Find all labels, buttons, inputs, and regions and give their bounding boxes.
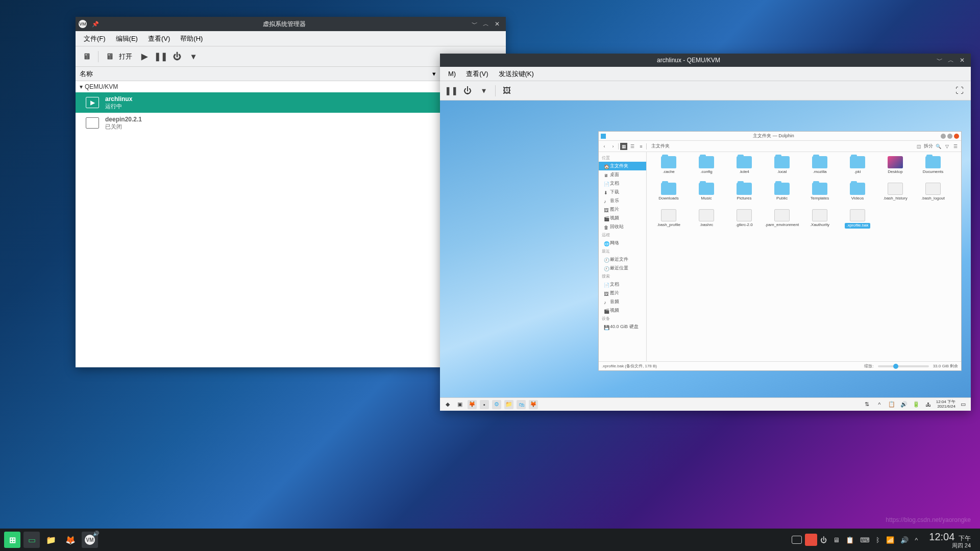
display-icon[interactable]: 🖥 (833, 536, 840, 544)
minimize-icon[interactable]: ﹀ (469, 18, 480, 30)
maximize-icon[interactable]: ︿ (480, 18, 492, 30)
tray-window-icon[interactable] (792, 536, 802, 544)
sidebar-item-videos[interactable]: 🎬视频 (599, 214, 646, 222)
menu-edit[interactable]: 编辑(E) (111, 32, 143, 45)
folder-templates[interactable]: Templates (801, 182, 839, 207)
chevron-up-icon[interactable]: ^ (875, 400, 884, 409)
battery-icon[interactable]: 🔋 (912, 400, 921, 409)
folder-videos[interactable]: Videos (839, 182, 876, 207)
close-icon[interactable]: ✕ (957, 55, 968, 66)
taskbar-virt-manager[interactable]: VM 🔊 (82, 532, 98, 548)
dropdown-icon[interactable]: ▾ (186, 49, 201, 64)
sidebar-item-music[interactable]: ♪音乐 (599, 196, 646, 205)
file-gtkrc[interactable]: .gtkrc-2.0 (725, 208, 763, 234)
sidebar-item-search-pics[interactable]: 🖼图片 (599, 289, 646, 297)
file-pam-environment[interactable]: .pam_environment (763, 208, 801, 234)
show-desktop-icon[interactable]: ▭ (959, 400, 968, 409)
view-compact-icon[interactable]: ☰ (629, 143, 636, 150)
chevron-up-icon[interactable]: ^ (915, 536, 918, 544)
folder-desktop[interactable]: Desktop (876, 155, 914, 181)
menu-view[interactable]: 查看(V) (143, 32, 175, 45)
sidebar-item-search-audio[interactable]: ♪音频 (599, 297, 646, 306)
file-bash-profile[interactable]: .bash_profile (650, 208, 688, 234)
clipboard-icon[interactable]: 📋 (887, 400, 896, 409)
sidebar-item-disk[interactable]: 💾40.0 GiB 硬盘 (599, 322, 646, 331)
col-name[interactable]: 名称 ▾ (76, 69, 440, 79)
sidebar-item-pictures[interactable]: 🖼图片 (599, 205, 646, 214)
zoom-slider[interactable] (878, 365, 929, 367)
maximize-icon[interactable]: ︿ (945, 55, 957, 66)
folder-music[interactable]: Music (688, 182, 725, 207)
file-xauthority[interactable]: .Xauthority (801, 208, 839, 234)
menu-vm[interactable]: M) (443, 68, 461, 80)
manjaro-launcher-icon[interactable]: ⊞ (4, 532, 20, 548)
breadcrumb[interactable]: 主文件夹 (648, 143, 914, 149)
taskbar-firefox-2[interactable]: 🦊 (529, 400, 538, 409)
view-details-icon[interactable]: ≡ (638, 143, 645, 150)
sidebar-item-home[interactable]: 🏠主文件夹 (599, 162, 646, 170)
fullscreen-icon[interactable]: ⛶ (952, 84, 967, 98)
folder-pictures[interactable]: Pictures (725, 182, 763, 207)
vmc-titlebar[interactable]: archlinux - QEMU/KVM ﹀ ︿ ✕ (440, 54, 971, 67)
search-icon[interactable]: 🔍 (935, 143, 942, 150)
power-icon[interactable]: ⏻ (820, 536, 827, 544)
minimize-icon[interactable] (941, 134, 946, 139)
menu-file[interactable]: 文件(F) (79, 32, 111, 45)
taskbar-settings[interactable]: ⚙ (492, 400, 501, 409)
file-bashrc[interactable]: .bashrc (688, 208, 725, 234)
menu-help[interactable]: 帮助(H) (175, 32, 208, 45)
folder-kde4[interactable]: .kde4 (725, 155, 763, 181)
split-label[interactable]: 拆分 (924, 143, 933, 149)
folder-pki[interactable]: .pki (839, 155, 876, 181)
taskbar-dolphin[interactable]: 📁 (504, 400, 513, 409)
sidebar-item-search-docs[interactable]: 📄文档 (599, 280, 646, 289)
folder-config[interactable]: .config (688, 155, 725, 181)
new-vm-icon[interactable]: 🖥 (80, 49, 94, 64)
sidebar-item-trash[interactable]: 🗑回收站 (599, 222, 646, 231)
power-icon[interactable]: ⏻ (170, 49, 184, 64)
minimize-icon[interactable]: ﹀ (934, 55, 945, 66)
usb-icon[interactable]: ⇅ (863, 400, 872, 409)
expand-icon[interactable]: ▾ (80, 83, 83, 90)
vmm-titlebar[interactable]: VM 📌 虚拟系统管理器 ﹀ ︿ ✕ (76, 17, 506, 31)
network-icon[interactable]: 🖧 (924, 400, 933, 409)
taskbar-discover[interactable]: 🛍 (517, 400, 526, 409)
menu-icon[interactable]: ☰ (952, 143, 959, 150)
dolphin-titlebar[interactable]: 主文件夹 — Dolphin (599, 132, 961, 141)
menu-sendkey[interactable]: 发送按键(K) (494, 67, 539, 81)
sort-icon[interactable]: ▾ (432, 70, 436, 78)
dropdown-icon[interactable]: ▾ (477, 84, 491, 98)
clipboard-icon[interactable]: 📋 (846, 536, 854, 544)
back-icon[interactable]: ‹ (601, 143, 608, 150)
pin-icon[interactable]: 📌 (92, 21, 99, 28)
network-icon[interactable]: 📶 (886, 536, 894, 544)
folder-cache[interactable]: .cache (650, 155, 688, 181)
taskbar-firefox[interactable]: 🦊 (62, 532, 79, 548)
folder-local[interactable]: .local (763, 155, 801, 181)
bluetooth-icon[interactable]: ᛒ (876, 536, 880, 544)
split-icon[interactable]: ◫ (915, 143, 922, 150)
pause-icon[interactable]: ❚❚ (154, 49, 168, 64)
folder-documents[interactable]: Documents (914, 155, 952, 181)
guest-display[interactable]: 主文件夹 — Dolphin ‹ › ▦ ☰ ≡ 主文件夹 ◫ 拆分 🔍 ▽ ☰ (440, 101, 971, 411)
sidebar-item-recent-places[interactable]: 🕘最近位置 (599, 264, 646, 272)
volume-icon[interactable]: 🔊 (900, 536, 909, 544)
snapshot-icon[interactable]: 🖼 (500, 84, 514, 98)
app-launcher-icon[interactable]: ◆ (443, 400, 452, 409)
folder-mozilla[interactable]: .mozilla (801, 155, 839, 181)
guest-clock[interactable]: 12:04 下午 2021/6/24 (936, 400, 955, 409)
dolphin-file-grid[interactable]: .cache .config .kde4 .local .mozilla .pk… (647, 152, 961, 361)
pager-icon[interactable]: ▣ (455, 400, 464, 409)
folder-downloads[interactable]: Downloads (650, 182, 688, 207)
close-icon[interactable]: ✕ (492, 18, 503, 30)
sidebar-item-recent-files[interactable]: 🕘最近文件 (599, 255, 646, 264)
filter-icon[interactable]: ▽ (943, 143, 950, 150)
sidebar-item-search-video[interactable]: 🎬视频 (599, 306, 646, 315)
pause-icon[interactable]: ❚❚ (444, 84, 458, 98)
sidebar-item-network[interactable]: 🌐网络 (599, 239, 646, 247)
power-icon[interactable]: ⏻ (460, 84, 475, 98)
sidebar-item-documents[interactable]: 📄文档 (599, 179, 646, 188)
taskbar-files[interactable]: 📁 (43, 532, 59, 548)
open-vm-icon[interactable]: 🖥 (103, 49, 117, 64)
sidebar-item-downloads[interactable]: ⬇下载 (599, 188, 646, 196)
